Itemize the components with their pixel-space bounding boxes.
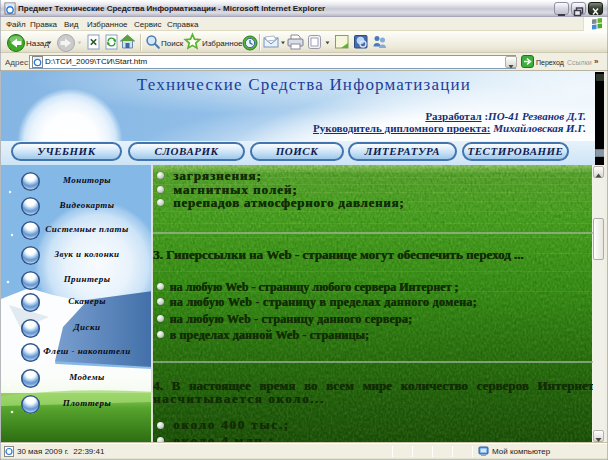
svg-text:Поиск: Поиск: [161, 39, 184, 48]
svg-text:Назад: Назад: [26, 39, 49, 48]
svg-text:Избранное: Избранное: [202, 39, 243, 48]
